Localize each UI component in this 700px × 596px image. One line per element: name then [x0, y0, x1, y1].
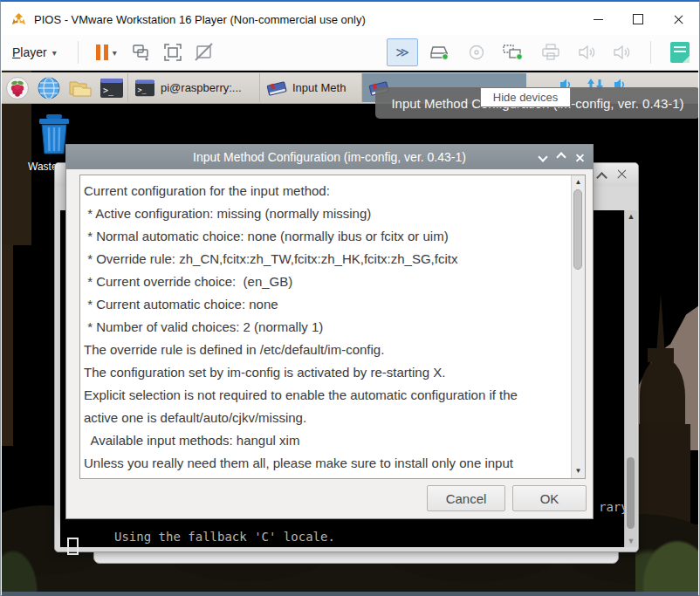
dialog-shade-button[interactable]: [538, 152, 547, 161]
folder-icon: [67, 77, 93, 99]
scroll-up-icon[interactable]: ▲: [572, 176, 585, 188]
printer-icon: [540, 43, 561, 62]
task-label: pi@raspberry:...: [161, 81, 242, 94]
svg-text:>_: >_: [138, 86, 148, 94]
toolbar-separator: [650, 41, 651, 64]
browser-launcher[interactable]: [33, 73, 65, 102]
speaker-icon: [577, 43, 596, 62]
terminal-icon: >_: [134, 79, 156, 98]
minimize-button[interactable]: [578, 3, 618, 35]
cd-dvd-device-button[interactable]: [467, 43, 486, 62]
close-icon: [674, 15, 683, 24]
player-caret-icon: ▾: [52, 48, 57, 58]
wallpaper-temple: [2, 245, 13, 446]
vmware-player-window: PIOS - VMware Workstation 16 Player (Non…: [0, 0, 700, 596]
speaker-2-icon: [612, 43, 631, 62]
suspend-vm-button[interactable]: ▾: [87, 45, 126, 60]
terminal-scrollbar[interactable]: ▲ ▼: [624, 210, 637, 547]
host-titlebar: PIOS - VMware Workstation 16 Player (Non…: [2, 3, 698, 35]
dialog-text: Current configuration for the input meth…: [84, 180, 569, 479]
svg-text:>_: >_: [103, 86, 114, 96]
scroll-up-icon[interactable]: ▲: [625, 210, 637, 223]
network-adapter-icon: [502, 43, 525, 62]
chevrons-icon: ≫: [395, 45, 409, 60]
ctrl-alt-del-icon: [131, 42, 152, 63]
maximize-button[interactable]: [618, 3, 658, 35]
hide-devices-button[interactable]: ≫: [387, 38, 418, 66]
scroll-down-icon[interactable]: ▼: [625, 535, 637, 547]
ok-button[interactable]: OK: [512, 485, 587, 511]
vm-display: >_ >_ pi@raspberry:...: [2, 71, 698, 596]
terminal-launcher[interactable]: >_: [96, 73, 127, 102]
host-window-title: PIOS - VMware Workstation 16 Player (Non…: [34, 13, 366, 26]
maximize-icon: [633, 14, 643, 24]
dialog-titlebar[interactable]: Input Method Configuration (im-config, v…: [66, 145, 593, 169]
terminal-icon: >_: [99, 77, 125, 99]
chevron-up-icon: [596, 172, 607, 183]
dialog-maximize-button[interactable]: [556, 152, 566, 161]
scroll-down-icon[interactable]: ▼: [572, 465, 585, 477]
dialog-title: Input Method Configuration (im-config, v…: [193, 150, 466, 164]
terminal-close-button[interactable]: [617, 169, 628, 180]
pause-icon: [96, 45, 108, 60]
taskbar-task-terminal[interactable]: >_ pi@raspberry:...: [127, 73, 259, 102]
send-ctrl-alt-del-button[interactable]: [131, 42, 152, 63]
dialog-close-button[interactable]: [576, 154, 584, 161]
book-icon: [265, 79, 288, 98]
wallpaper-bush: [2, 546, 40, 596]
task-label: Input Meth: [292, 81, 346, 94]
background-window-bottom-edge: [93, 551, 619, 564]
minimize-icon: [594, 19, 603, 20]
sound-device-button[interactable]: [577, 43, 596, 62]
dialog-scrollbar[interactable]: ▲ ▼: [571, 175, 585, 478]
file-manager-launcher[interactable]: [65, 73, 96, 102]
fullscreen-button[interactable]: [162, 42, 183, 63]
cd-icon: [467, 43, 486, 62]
close-button[interactable]: [658, 3, 698, 35]
pause-caret-icon: ▾: [113, 48, 117, 58]
dialog-scroll-thumb[interactable]: [573, 189, 582, 270]
sound-device-2-button[interactable]: [612, 43, 631, 62]
globe-icon: [37, 76, 61, 100]
dialog-text-area[interactable]: Current configuration for the input meth…: [79, 175, 586, 479]
printer-device-button[interactable]: [540, 43, 561, 62]
terminal-cursor: [67, 538, 79, 555]
toolbar-separator: [78, 41, 79, 64]
cancel-button[interactable]: Cancel: [427, 485, 505, 511]
hard-disk-device-button[interactable]: [429, 43, 451, 62]
hard-disk-icon: [429, 43, 451, 62]
player-menu-label: Player: [12, 45, 47, 59]
unity-mode-button[interactable]: [194, 42, 215, 63]
network-adapter-button[interactable]: [502, 43, 525, 62]
screen-bottom-strip: [2, 592, 698, 596]
vmware-player-icon: [10, 11, 27, 28]
raspberry-icon: [5, 76, 30, 100]
input-method-config-dialog: Input Method Configuration (im-config, v…: [65, 144, 594, 519]
terminal-output-line: Using the fallback 'C' locale.: [114, 530, 335, 544]
menu-raspberry-button[interactable]: [2, 73, 33, 102]
wallpaper-bush: [635, 531, 698, 596]
unity-mode-icon: [194, 42, 215, 63]
taskbar-task-input-method[interactable]: Input Meth: [259, 73, 361, 102]
host-toolbar: Player ▾ ▾ ≫: [2, 35, 698, 71]
terminal-scroll-thumb[interactable]: [627, 457, 635, 529]
player-menu-button[interactable]: Player ▾: [2, 45, 69, 59]
hide-devices-tooltip: Hide devices: [480, 87, 571, 107]
terminal-maximize-button[interactable]: [598, 169, 608, 180]
fullscreen-icon: [162, 42, 183, 63]
sticky-note-icon[interactable]: [670, 42, 690, 63]
